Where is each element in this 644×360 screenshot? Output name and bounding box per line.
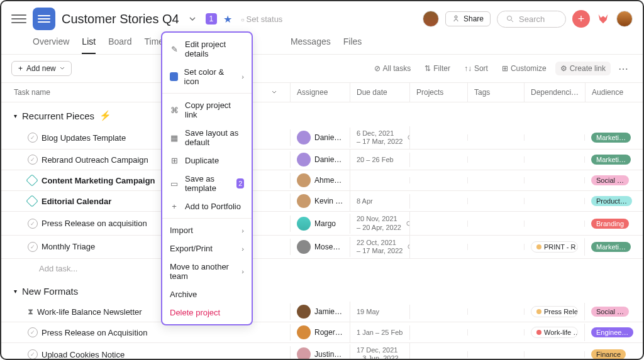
menu-save-template[interactable]: ▭Save as template2 <box>162 170 252 197</box>
add-button[interactable]: + <box>572 10 590 28</box>
assignee-avatar[interactable] <box>297 325 311 339</box>
assignee-name: Moses Fidel <box>314 243 343 251</box>
assignee-avatar[interactable] <box>297 217 311 231</box>
table-row[interactable]: ✓Upload Cookies Notice Justin Dean 17 De… <box>1 343 643 360</box>
svg-point-0 <box>455 16 457 18</box>
sort-button[interactable]: ↑↓Sort <box>459 62 493 75</box>
table-row[interactable]: ✓Press Release on Acquisition Roger Ray…… <box>1 322 643 343</box>
menu-edit-details[interactable]: ✎Edit project details <box>162 35 252 63</box>
filter-button[interactable]: ⇅Filter <box>419 62 455 75</box>
audience-pill[interactable]: Branding <box>591 219 629 229</box>
project-icon[interactable] <box>33 8 55 30</box>
assignee-avatar[interactable] <box>297 194 311 208</box>
create-link-button[interactable]: ⚙Create link <box>555 62 611 75</box>
notification-badge[interactable]: 1 <box>206 13 217 25</box>
table-row[interactable]: ✓Blog Updates Template Daniela Var… 6 De… <box>1 126 643 150</box>
table-row[interactable]: ✓Rebrand Outreach Campaign Daniela Var… … <box>1 150 643 170</box>
menu-export[interactable]: Export/Print› <box>162 239 252 258</box>
status-dot <box>536 330 541 335</box>
complete-icon[interactable]: ✓ <box>28 349 38 359</box>
add-new-button[interactable]: + Add new <box>11 61 72 76</box>
menu-toggle[interactable] <box>11 11 26 26</box>
plus-icon: + <box>18 64 23 73</box>
tab-files[interactable]: Files <box>343 36 362 54</box>
menu-archive[interactable]: Archive <box>162 285 252 303</box>
menu-move-team[interactable]: Move to another team› <box>162 258 252 285</box>
complete-icon[interactable]: ✓ <box>28 133 38 143</box>
column-tags[interactable]: Tags <box>468 83 525 102</box>
menu-duplicate[interactable]: ⊞Duplicate <box>162 151 252 170</box>
all-tasks-button[interactable]: ⊘All tasks <box>369 62 416 75</box>
divider <box>162 93 252 94</box>
link-icon: ⚙ <box>560 64 567 73</box>
assignee-avatar[interactable] <box>297 153 311 166</box>
audience-pill[interactable]: Marketi… <box>591 155 631 165</box>
column-assignee[interactable]: Assignee <box>291 83 350 102</box>
table-row[interactable]: Content Marketing Campaign Ahmet Aslan S… <box>1 170 643 191</box>
menu-copy-link[interactable]: ⌘Copy project link <box>162 96 252 124</box>
column-due-date[interactable]: Due date <box>350 83 410 102</box>
section-header[interactable]: ▾New Formats <box>1 278 643 302</box>
menu-add-portfolio[interactable]: +Add to Portfolio <box>162 197 252 215</box>
add-task-button[interactable]: Add task... <box>1 259 643 278</box>
hourglass-icon: ⧗ <box>28 307 33 317</box>
color-swatch-icon <box>170 72 178 81</box>
menu-set-color[interactable]: Set color & icon› <box>162 63 252 90</box>
audience-pill[interactable]: Enginee… <box>591 327 633 337</box>
audience-pill[interactable]: Marketi… <box>591 133 631 143</box>
dependency-pill[interactable]: PRINT - R… <box>531 241 578 253</box>
milestone-icon[interactable] <box>26 195 38 207</box>
assignee-name: Jamie Stap… <box>314 307 343 316</box>
star-icon[interactable]: ★ <box>223 13 232 25</box>
customize-button[interactable]: ⊞Customize <box>497 62 552 75</box>
project-menu-chevron[interactable] <box>186 12 199 26</box>
user-avatar[interactable] <box>616 11 633 27</box>
menu-import[interactable]: Import› <box>162 221 252 239</box>
assignee-name: Margo <box>314 219 336 228</box>
column-audience[interactable]: Audience <box>586 83 643 102</box>
grid-icon: ⊞ <box>502 64 508 73</box>
chevron-right-icon: › <box>242 227 244 234</box>
share-button[interactable]: Share <box>445 11 491 26</box>
check-icon: ⊘ <box>374 64 380 73</box>
assignee-avatar[interactable] <box>297 173 311 187</box>
assignee-avatar[interactable] <box>297 305 311 319</box>
table-row[interactable]: ✓Press Release on acquisition Margo 20 N… <box>1 212 643 235</box>
more-actions[interactable]: ⋯ <box>614 63 633 75</box>
tab-overview[interactable]: Overview <box>33 36 69 54</box>
mascot-icon[interactable] <box>596 12 610 26</box>
column-dependencies[interactable]: Dependenci… <box>525 83 586 102</box>
audience-pill[interactable]: Social … <box>591 307 629 317</box>
audience-pill[interactable]: Social … <box>591 175 629 185</box>
set-status-button[interactable]: Set status <box>241 14 283 24</box>
menu-save-layout[interactable]: ▦Save layout as default <box>162 124 252 151</box>
tab-list[interactable]: List <box>82 36 96 54</box>
table-row[interactable]: Editorial Calendar Kevin New… 8 Apr Prod… <box>1 191 643 212</box>
column-projects[interactable]: Projects <box>410 83 468 102</box>
dependency-pill[interactable]: Press Rele… <box>531 306 578 317</box>
audience-pill[interactable]: Marketi… <box>591 242 631 252</box>
assignee-avatar[interactable] <box>297 347 311 360</box>
complete-icon[interactable]: ✓ <box>28 327 38 337</box>
complete-icon[interactable]: ✓ <box>28 155 38 165</box>
table-row[interactable]: ⧗Work-life Balance Newsletter Jamie Stap… <box>1 302 643 322</box>
search-input[interactable]: Search <box>497 11 566 28</box>
section-header[interactable]: ▾Recurrent Pieces⚡ <box>1 102 643 126</box>
member-avatar[interactable] <box>423 11 439 27</box>
assignee-avatar[interactable] <box>297 240 311 254</box>
chevron-down-icon <box>271 89 277 95</box>
table-row[interactable]: ✓Monthly Triage Moses Fidel 22 Oct, 2021… <box>1 236 643 259</box>
audience-pill[interactable]: Finance <box>591 349 626 359</box>
sort-icon: ↑↓ <box>464 64 472 73</box>
audience-pill[interactable]: Product… <box>591 196 632 206</box>
task-name: Press Release on Acquisition <box>42 328 147 337</box>
link-icon: ⌘ <box>170 106 179 114</box>
tab-board[interactable]: Board <box>108 36 131 54</box>
complete-icon[interactable]: ✓ <box>28 219 38 229</box>
menu-delete-project[interactable]: Delete project <box>162 303 252 322</box>
assignee-avatar[interactable] <box>297 131 311 145</box>
milestone-icon[interactable] <box>26 174 38 187</box>
tab-messages[interactable]: Messages <box>291 36 331 54</box>
dependency-pill[interactable]: Work-life … <box>531 327 578 338</box>
complete-icon[interactable]: ✓ <box>28 242 38 252</box>
